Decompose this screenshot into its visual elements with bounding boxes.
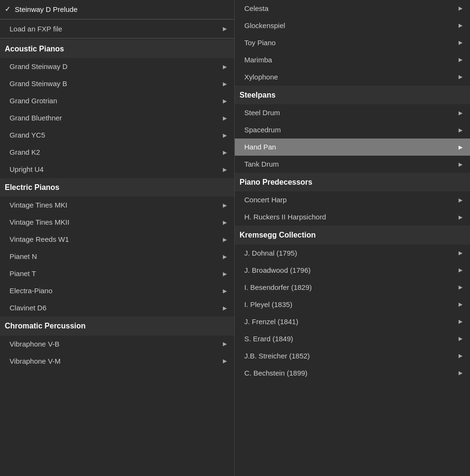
vibraphone-vm-label: Vibraphone V-M — [10, 357, 219, 366]
grand-bluethner-item[interactable]: Grand Bluethner ▶ — [0, 109, 234, 127]
concert-harp-item[interactable]: Concert Harp ▶ — [235, 191, 470, 208]
hand-pan-item[interactable]: Hand Pan ▶ — [235, 139, 470, 156]
vintage-reeds-w1-label: Vintage Reeds W1 — [10, 235, 219, 244]
tank-drum-label: Tank Drum — [244, 160, 455, 169]
kremsegg-collection-label: Kremsegg Collection — [240, 230, 316, 239]
left-column: ✓ Steinway D Prelude Load an FXP file ▶ … — [0, 0, 235, 476]
glockenspiel-arrow-icon: ▶ — [459, 22, 462, 29]
acoustic-pianos-header: Acoustic Pianos — [0, 40, 234, 58]
c-bechstein-label: C. Bechstein (1899) — [244, 369, 455, 377]
hand-pan-arrow-icon: ▶ — [459, 144, 462, 150]
hand-pan-label: Hand Pan — [244, 143, 455, 151]
j-broadwood-item[interactable]: J. Broadwood (1796) ▶ — [235, 262, 470, 279]
spacedrum-arrow-icon: ▶ — [459, 127, 462, 133]
vibraphone-vb-arrow-icon: ▶ — [223, 341, 227, 347]
grand-steinway-d-item[interactable]: Grand Steinway D ▶ — [0, 58, 234, 75]
marimba-item[interactable]: Marimba ▶ — [235, 51, 470, 69]
concert-harp-arrow-icon: ▶ — [459, 197, 462, 203]
grand-k2-arrow-icon: ▶ — [223, 149, 227, 156]
vibraphone-vm-arrow-icon: ▶ — [223, 358, 227, 364]
checkmark-icon: ✓ — [5, 5, 11, 13]
pianet-t-arrow-icon: ▶ — [223, 271, 227, 277]
celesta-item[interactable]: Celesta ▶ — [235, 0, 470, 17]
clavinet-d6-item[interactable]: Clavinet D6 ▶ — [0, 299, 234, 317]
top-divider — [0, 19, 234, 20]
j-dohnal-item[interactable]: J. Dohnal (1795) ▶ — [235, 245, 470, 262]
acoustic-pianos-label: Acoustic Pianos — [5, 44, 64, 53]
grand-yc5-item[interactable]: Grand YC5 ▶ — [0, 127, 234, 144]
electra-piano-label: Electra-Piano — [10, 287, 219, 295]
c-bechstein-item[interactable]: C. Bechstein (1899) ▶ — [235, 365, 470, 382]
marimba-arrow-icon: ▶ — [459, 57, 462, 63]
jb-streicher-item[interactable]: J.B. Streicher (1852) ▶ — [235, 347, 470, 365]
jb-streicher-arrow-icon: ▶ — [459, 353, 462, 359]
xylophone-item[interactable]: Xylophone ▶ — [235, 69, 470, 86]
s-erard-label: S. Erard (1849) — [244, 335, 455, 343]
pianet-t-label: Pianet T — [10, 269, 219, 278]
i-besendorfer-arrow-icon: ▶ — [459, 284, 462, 290]
j-broadwood-label: J. Broadwood (1796) — [244, 266, 455, 275]
load-fxp-arrow-icon: ▶ — [223, 26, 227, 32]
piano-predecessors-label: Piano Predecessors — [240, 178, 312, 187]
grand-steinway-d-label: Grand Steinway D — [10, 62, 219, 71]
s-erard-item[interactable]: S. Erard (1849) ▶ — [235, 330, 470, 347]
ruckers-harpsichord-label: H. Ruckers II Harpsichord — [244, 213, 455, 221]
vibraphone-vb-item[interactable]: Vibraphone V-B ▶ — [0, 336, 234, 353]
grand-grotrian-arrow-icon: ▶ — [223, 98, 227, 104]
grand-bluethner-arrow-icon: ▶ — [223, 115, 227, 121]
vintage-tines-mkii-label: Vintage Tines MKII — [10, 218, 219, 227]
vintage-reeds-w1-item[interactable]: Vintage Reeds W1 ▶ — [0, 231, 234, 248]
grand-k2-item[interactable]: Grand K2 ▶ — [0, 144, 234, 161]
vintage-tines-mkii-item[interactable]: Vintage Tines MKII ▶ — [0, 214, 234, 231]
vibraphone-vm-item[interactable]: Vibraphone V-M ▶ — [0, 353, 234, 370]
electric-pianos-label: Electric Pianos — [5, 183, 60, 192]
upright-u4-item[interactable]: Upright U4 ▶ — [0, 161, 234, 178]
s-erard-arrow-icon: ▶ — [459, 336, 462, 342]
vintage-tines-mki-label: Vintage Tines MKI — [10, 201, 219, 209]
kremsegg-collection-header: Kremsegg Collection — [235, 226, 470, 244]
glockenspiel-label: Glockenspiel — [244, 21, 455, 30]
grand-grotrian-label: Grand Grotrian — [10, 97, 219, 105]
vibraphone-vb-label: Vibraphone V-B — [10, 340, 219, 348]
pianet-n-arrow-icon: ▶ — [223, 254, 227, 260]
chromatic-percussion-label: Chromatic Percussion — [5, 321, 86, 330]
grand-steinway-b-label: Grand Steinway B — [10, 79, 219, 88]
toy-piano-item[interactable]: Toy Piano ▶ — [235, 34, 470, 51]
concert-harp-label: Concert Harp — [244, 196, 455, 204]
steinway-prelude-item[interactable]: ✓ Steinway D Prelude — [0, 0, 234, 18]
grand-grotrian-item[interactable]: Grand Grotrian ▶ — [0, 92, 234, 109]
ruckers-harpsichord-item[interactable]: H. Ruckers II Harpsichord ▶ — [235, 208, 470, 226]
i-besendorfer-label: I. Besendorfer (1829) — [244, 283, 455, 292]
pianet-n-item[interactable]: Pianet N ▶ — [0, 248, 234, 265]
vintage-tines-mki-item[interactable]: Vintage Tines MKI ▶ — [0, 197, 234, 214]
grand-k2-label: Grand K2 — [10, 148, 219, 157]
celesta-arrow-icon: ▶ — [459, 5, 462, 11]
j-dohnal-label: J. Dohnal (1795) — [244, 249, 455, 258]
spacedrum-item[interactable]: Spacedrum ▶ — [235, 121, 470, 139]
j-frenzel-item[interactable]: J. Frenzel (1841) ▶ — [235, 313, 470, 330]
xylophone-label: Xylophone — [244, 73, 455, 81]
upright-u4-arrow-icon: ▶ — [223, 167, 227, 173]
marimba-label: Marimba — [244, 56, 455, 64]
i-pleyel-label: I. Pleyel (1835) — [244, 300, 455, 309]
steelpans-label: Steelpans — [240, 90, 276, 99]
j-frenzel-arrow-icon: ▶ — [459, 318, 462, 325]
i-pleyel-item[interactable]: I. Pleyel (1835) ▶ — [235, 296, 470, 313]
grand-steinway-b-item[interactable]: Grand Steinway B ▶ — [0, 75, 234, 92]
vintage-tines-mki-arrow-icon: ▶ — [223, 202, 227, 208]
j-broadwood-arrow-icon: ▶ — [459, 267, 462, 273]
i-besendorfer-item[interactable]: I. Besendorfer (1829) ▶ — [235, 279, 470, 296]
steel-drum-item[interactable]: Steel Drum ▶ — [235, 104, 470, 121]
toy-piano-arrow-icon: ▶ — [459, 40, 462, 46]
grand-bluethner-label: Grand Bluethner — [10, 114, 219, 122]
right-column: Celesta ▶ Glockenspiel ▶ Toy Piano ▶ Mar… — [235, 0, 470, 476]
glockenspiel-item[interactable]: Glockenspiel ▶ — [235, 17, 470, 34]
pianet-t-item[interactable]: Pianet T ▶ — [0, 265, 234, 282]
celesta-label: Celesta — [244, 4, 455, 13]
electra-piano-item[interactable]: Electra-Piano ▶ — [0, 282, 234, 299]
menu-panel: ✓ Steinway D Prelude Load an FXP file ▶ … — [0, 0, 470, 476]
load-fxp-item[interactable]: Load an FXP file ▶ — [0, 20, 234, 37]
tank-drum-item[interactable]: Tank Drum ▶ — [235, 156, 470, 173]
steel-drum-label: Steel Drum — [244, 109, 455, 117]
spacedrum-label: Spacedrum — [244, 126, 455, 134]
